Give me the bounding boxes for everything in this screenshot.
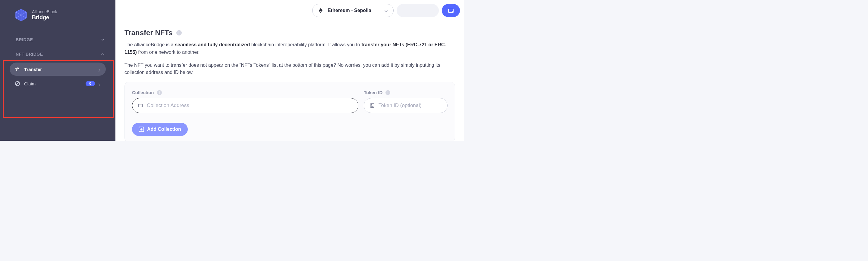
brand: AllianceBlock Bridge	[0, 8, 116, 33]
sidebar-section-label: NFT BRIDGE	[16, 52, 43, 57]
chevron-right-icon	[98, 82, 101, 85]
sidebar-item-label: Transfer	[24, 67, 42, 72]
add-row: + Add Collection	[132, 118, 447, 136]
sidebar-item-label: Claim	[24, 81, 36, 86]
tokenid-field: Token ID i	[364, 90, 447, 113]
network-selector[interactable]: Ethereum - Sepolia	[312, 4, 394, 17]
sidebar-item-claim[interactable]: Claim 0	[10, 77, 106, 90]
chevron-down-icon	[101, 38, 105, 42]
desc-text: blockchain interoperability platform. It…	[250, 42, 361, 47]
desc-text: from one network to another.	[137, 50, 199, 55]
chevron-right-icon	[98, 68, 101, 71]
main: Ethereum - Sepolia Transfer NFTs i	[116, 0, 464, 141]
collection-address-input[interactable]	[147, 103, 353, 109]
chevron-up-icon	[101, 52, 105, 56]
info-icon[interactable]: i	[176, 30, 182, 35]
brand-text: AllianceBlock Bridge	[32, 9, 57, 21]
topbar: Ethereum - Sepolia	[116, 0, 464, 21]
collection-field: Collection i	[132, 90, 358, 113]
app-root: AllianceBlock Bridge BRIDGE NFT BRIDGE	[0, 0, 464, 141]
add-collection-label: Add Collection	[147, 126, 181, 132]
id-icon	[370, 103, 375, 108]
collection-label: Collection	[132, 90, 154, 95]
tokenid-input-wrap[interactable]	[364, 98, 447, 113]
add-collection-button[interactable]: + Add Collection	[132, 123, 188, 136]
page-description-2: The NFT you want to transfer does not ap…	[124, 62, 455, 77]
svg-marker-6	[319, 8, 322, 11]
brand-logo-icon	[14, 8, 28, 22]
ethereum-icon	[318, 8, 323, 13]
wallet-button[interactable]	[442, 4, 460, 17]
brand-bottom-label: Bridge	[32, 14, 57, 21]
svg-point-11	[141, 106, 142, 106]
sidebar-item-transfer[interactable]: Transfer	[10, 63, 106, 76]
tokenid-input[interactable]	[378, 103, 442, 109]
claim-count-badge: 0	[86, 81, 95, 86]
network-label: Ethereum - Sepolia	[328, 8, 380, 13]
plus-icon: +	[138, 126, 144, 132]
sidebar-section-nft-bridge[interactable]: NFT BRIDGE	[0, 47, 116, 61]
page-title: Transfer NFTs	[124, 29, 173, 37]
svg-rect-8	[448, 9, 453, 13]
desc-text: The AllianceBridge is a	[124, 42, 175, 47]
sidebar-section-label: BRIDGE	[16, 37, 33, 42]
collection-input-wrap[interactable]	[132, 98, 358, 113]
svg-point-9	[452, 11, 453, 11]
transfer-icon	[14, 66, 21, 72]
sidebar-section-bridge[interactable]: BRIDGE	[0, 33, 116, 47]
brand-top-label: AllianceBlock	[32, 9, 57, 14]
page-title-row: Transfer NFTs i	[124, 29, 455, 37]
info-icon[interactable]: i	[385, 90, 390, 95]
tokenid-label: Token ID	[364, 90, 382, 95]
content: Transfer NFTs i The AllianceBridge is a …	[116, 21, 464, 141]
chevron-down-icon	[384, 9, 388, 12]
svg-rect-13	[371, 105, 372, 106]
page-description-1: The AllianceBridge is a seamless and ful…	[124, 41, 455, 56]
add-collection-card: Collection i	[124, 82, 455, 141]
desc-strong: seamless and fully decentralized	[175, 42, 250, 47]
claim-icon	[14, 81, 21, 86]
wallet-icon	[138, 103, 143, 108]
topbar-placeholder-pill	[397, 4, 439, 17]
info-icon[interactable]: i	[157, 90, 162, 95]
svg-rect-12	[370, 104, 374, 108]
sidebar: AllianceBlock Bridge BRIDGE NFT BRIDGE	[0, 0, 116, 141]
svg-rect-10	[138, 104, 143, 107]
